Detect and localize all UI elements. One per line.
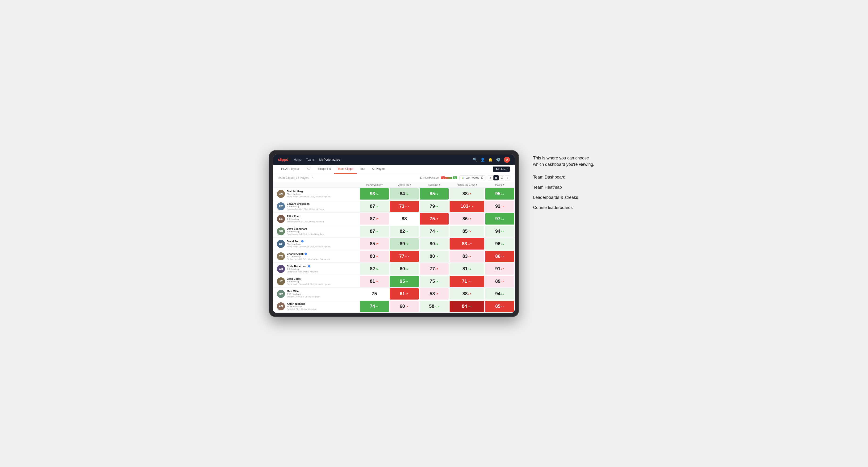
score-change: 10▼ [467,243,472,245]
score-box: 60 1▼ [390,301,418,312]
player-avatar: AN [277,302,285,310]
table-row: AN Aaron Nicholls 11-15 Handicap Drift G… [273,300,515,312]
col-approach[interactable]: Approach ▾ [419,182,449,188]
score-cell: 81 3▼ [360,275,390,287]
table-row: CR Chris Robertson ✓ 1-5 Handicap Craigm… [273,262,515,275]
player-name: Elliot Ebert [287,215,324,218]
player-name: Matt Miller [287,290,320,293]
players-table: Player Quality ▾ Off the Tee ▾ Approach … [273,182,515,313]
score-value: 94 [495,291,500,297]
table-row: CQ Charlie Quick ✓ 6-10 Handicap St. Geo… [273,250,515,262]
table-row: DF David Ford ✓ Plus Handicap Royal Nort… [273,238,515,250]
tab-pgat-players[interactable]: PGAT Players [278,165,302,174]
col-player-quality[interactable]: Player Quality ▾ [360,182,390,188]
player-club: Gog Magog Golf Club, United Kingdom [287,233,323,236]
tab-hcaps[interactable]: Hcaps 1-5 [315,165,334,174]
score-value: 87 [370,204,375,209]
score-change: 3▲ [501,243,504,245]
annotation-item-2: Team Heatmap [533,185,599,190]
score-value: 77 [399,253,404,259]
score-box: 103 15▲ [450,201,484,212]
score-box: 87 4▲ [360,226,389,237]
score-change: 3▼ [375,255,379,257]
player-info: Aaron Nicholls 11-15 Handicap Drift Golf… [287,302,316,310]
nav-my-performance[interactable]: My Performance [319,158,340,161]
score-value: 95 [495,191,500,196]
score-value: 58 [430,291,435,297]
player-cell[interactable]: EE Elliot Ebert 1-5 Handicap Sunningdale… [273,213,360,225]
player-cell[interactable]: CQ Charlie Quick ✓ 6-10 Handicap St. Geo… [273,250,360,262]
player-cell[interactable]: AN Aaron Nicholls 11-15 Handicap Drift G… [273,300,360,312]
col-putting[interactable]: Putting ▾ [485,182,515,188]
tab-team-clippd[interactable]: Team Clippd [334,165,356,174]
score-change: 2▼ [501,280,504,283]
search-icon[interactable]: 🔍 [473,158,477,162]
edit-team-icon[interactable]: ✎ [312,176,314,179]
player-cell[interactable]: EC Edward Crossman 1-5 Handicap Sunningd… [273,200,360,213]
score-cell: 83 6▼ [449,250,485,262]
score-change: 8▼ [501,255,504,257]
score-change: 3▲ [375,268,379,270]
score-box: 79 9▲ [420,201,448,212]
settings-icon[interactable]: ⚙️ [496,158,500,162]
score-value: 58 [429,304,434,309]
player-avatar: MM [277,290,285,298]
tab-tour[interactable]: Tour [356,165,369,174]
score-change: 6▲ [405,193,409,195]
player-cell[interactable]: CR Chris Robertson ✓ 1-5 Handicap Craigm… [273,262,360,275]
last-rounds-button[interactable]: 📊 Last Rounds: 20 [460,176,486,180]
score-cell: 85 4▼ [485,300,515,312]
col-off-tee[interactable]: Off the Tee ▾ [389,182,419,188]
profile-icon[interactable]: 👤 [480,158,485,162]
player-avatar: BM [277,190,285,198]
score-box: 85 3▼ [360,238,389,250]
score-cell: 94 1▲ [485,225,515,238]
user-avatar[interactable]: U [504,157,510,163]
score-value: 95 [400,279,405,284]
notification-icon[interactable]: 🔔 [488,158,493,162]
player-handicap: 1-5 Handicap [287,268,318,270]
score-value: 75 [430,279,435,284]
nav-teams[interactable]: Teams [306,158,314,161]
download-button[interactable]: ↓ [505,175,510,181]
player-cell[interactable]: MM Matt Miller 6-10 Handicap Woburn Golf… [273,287,360,300]
verified-icon: ✓ [308,265,310,268]
score-change: 11▼ [405,205,409,208]
player-avatar: JC [277,277,285,285]
add-team-button[interactable]: Add Team [493,166,510,172]
score-value: 75 [372,291,377,297]
score-box: 88 2▼ [450,288,484,300]
change-pos-badge: +5 [453,177,457,179]
score-box: 87 3▼ [360,213,389,224]
player-cell[interactable]: JC Josh Coles 1-5 Handicap Royal North D… [273,275,360,287]
table-row: JC Josh Coles 1-5 Handicap Royal North D… [273,275,515,287]
list-view-button[interactable]: ☰ [499,175,504,181]
score-box: 97 5▲ [485,213,514,224]
tab-pga[interactable]: PGA [302,165,315,174]
score-change: 3▼ [435,268,439,270]
player-info: Edward Crossman 1-5 Handicap Sunningdale… [287,203,324,210]
score-cell: 88 [389,213,419,225]
tab-all-players[interactable]: All Players [369,165,389,174]
score-value: 88 [462,291,467,297]
player-club: Royal North Devon Golf Club, United King… [287,283,331,285]
score-cell: 86 8▼ [485,250,515,262]
table-row: EE Elliot Ebert 1-5 Handicap Sunningdale… [273,213,515,225]
score-cell: 96 3▲ [485,238,515,250]
player-club: St. George's Hill GC - Weybridge - Surre… [287,258,332,260]
score-cell: 58 4▼ [419,287,449,300]
nav-home[interactable]: Home [294,158,302,161]
score-change: 4▲ [375,230,379,232]
score-box: 84 6▲ [390,188,418,199]
player-cell[interactable]: BM Blair McHarg Plus Handicap Royal Nort… [273,187,360,200]
score-change: 6▼ [468,255,471,257]
player-cell[interactable]: DF David Ford ✓ Plus Handicap Royal Nort… [273,238,360,250]
score-value: 91 [495,266,500,272]
player-cell[interactable]: DB Dave Billingham 1-5 Handicap Gog Mago… [273,225,360,238]
grid-view-button[interactable]: ⊞ [488,175,493,181]
score-change: 1▲ [501,230,504,232]
table-view-button[interactable]: ▦ [493,175,499,181]
score-cell: 94 3▲ [485,287,515,300]
score-value: 74 [430,228,435,234]
col-around-green[interactable]: Around the Green ▾ [449,182,485,188]
